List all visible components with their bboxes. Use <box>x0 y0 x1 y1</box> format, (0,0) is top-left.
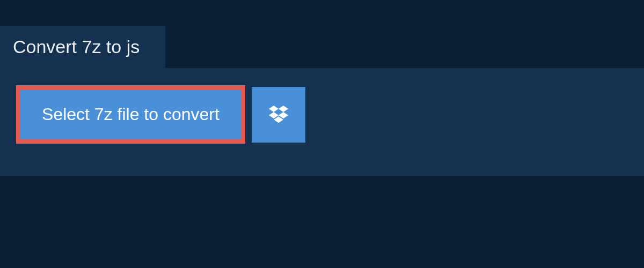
dropbox-icon <box>269 104 288 125</box>
page-title-tab: Convert 7z to js <box>0 26 165 68</box>
select-file-button[interactable]: Select 7z file to convert <box>16 85 245 144</box>
dropbox-button[interactable] <box>252 87 305 143</box>
page-title: Convert 7z to js <box>13 36 140 57</box>
select-file-label: Select 7z file to convert <box>42 105 219 124</box>
conversion-panel: Select 7z file to convert <box>0 68 644 176</box>
